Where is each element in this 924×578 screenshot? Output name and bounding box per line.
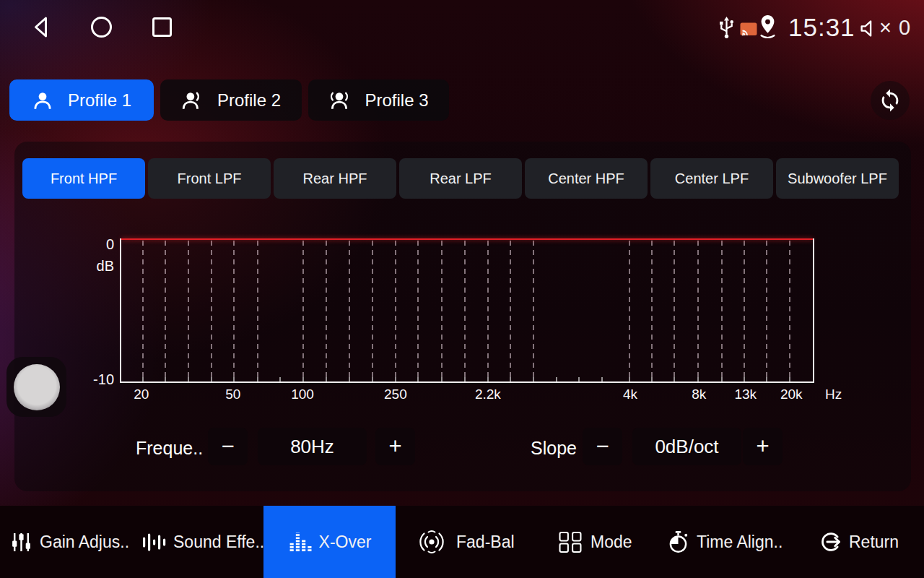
nav-label: X-Over <box>319 532 372 552</box>
volume-level: × 0 <box>879 16 911 40</box>
plus-icon: + <box>756 434 769 460</box>
chart-gridline <box>372 241 373 380</box>
plus-icon: + <box>388 434 401 460</box>
x-tick-label: 250 <box>384 387 407 402</box>
frequency-value: 80Hz <box>258 428 367 465</box>
chart-axis-tick <box>188 377 189 381</box>
nav-return[interactable]: Return <box>817 506 899 578</box>
nav-label: Return <box>849 532 899 552</box>
slope-value: 0dB/oct <box>632 428 741 465</box>
chart-axis-tick <box>326 377 327 381</box>
android-recents-button[interactable] <box>149 14 175 40</box>
tab-front-hpf[interactable]: Front HPF <box>22 158 145 199</box>
chart-axis-tick <box>372 377 373 381</box>
nav-label: Sound Effe.. <box>173 532 264 552</box>
gain-sliders-icon <box>10 531 32 553</box>
chart-gridline <box>142 241 144 380</box>
chart-gridline <box>533 241 534 380</box>
chart-axis-tick <box>629 377 630 381</box>
nav-fad-bal[interactable]: Fad-Bal <box>414 506 515 578</box>
person-waves-icon <box>328 90 350 111</box>
tab-subwoofer-lpf[interactable]: Subwoofer LPF <box>776 158 899 199</box>
nav-label: Mode <box>590 532 632 552</box>
chart-gridline <box>721 241 723 380</box>
chart-axis-tick <box>601 377 603 381</box>
tab-center-hpf[interactable]: Center HPF <box>525 158 648 199</box>
slope-minus-button[interactable]: − <box>583 428 622 465</box>
sound-waveform-icon <box>141 531 166 553</box>
chart-gridline <box>464 241 466 380</box>
chart-axis-tick <box>556 377 557 381</box>
tab-rear-lpf[interactable]: Rear LPF <box>399 158 522 199</box>
x-axis-unit-label: Hz <box>825 387 842 402</box>
chart-axis-tick <box>349 377 350 381</box>
chart-axis-tick <box>533 377 534 381</box>
return-arrow-icon <box>817 530 842 554</box>
chart-gridline <box>674 241 675 380</box>
android-home-button[interactable] <box>89 14 114 40</box>
knob-circle-icon <box>14 364 60 410</box>
tab-front-lpf[interactable]: Front LPF <box>148 158 271 199</box>
chart-axis-tick <box>578 377 580 381</box>
fader-balance-icon <box>414 529 449 555</box>
chart-axis-tick <box>744 377 745 381</box>
chart-axis-tick <box>417 377 419 381</box>
profile-1-button[interactable]: Profile 1 <box>9 79 154 121</box>
floating-assist-button[interactable] <box>6 357 66 417</box>
x-tick-label: 13k <box>734 387 757 402</box>
x-tick-label: 20 <box>134 387 149 402</box>
chart-gridline <box>165 241 166 380</box>
usb-icon <box>717 16 736 40</box>
minus-icon: − <box>596 434 609 460</box>
chart-gridline <box>326 241 327 380</box>
x-tick-label: 2.2k <box>475 387 501 402</box>
sync-icon <box>878 88 902 113</box>
person-icon <box>32 90 53 111</box>
nav-label: Fad-Bal <box>456 532 515 552</box>
nav-x-over[interactable]: X-Over <box>263 506 396 578</box>
x-tick-label: 50 <box>225 387 240 402</box>
chart-axis-tick <box>233 377 235 381</box>
nav-label: Gain Adjus.. <box>40 532 129 552</box>
minus-icon: − <box>221 434 234 460</box>
nav-gain-adjust[interactable]: Gain Adjus.. <box>10 506 129 578</box>
chart-gridline <box>766 241 767 380</box>
tab-rear-hpf[interactable]: Rear HPF <box>274 158 396 199</box>
tab-label: Rear LPF <box>430 171 492 187</box>
chart-gridline <box>629 241 630 380</box>
tab-label: Center HPF <box>548 171 624 187</box>
x-tick-label: 100 <box>291 387 314 402</box>
slope-plus-button[interactable]: + <box>743 428 783 465</box>
chart-gridline <box>349 241 350 380</box>
chart-gridline <box>441 241 443 380</box>
android-back-button[interactable] <box>29 14 54 40</box>
tab-label: Rear HPF <box>303 171 367 187</box>
reset-sync-button[interactable] <box>871 81 910 120</box>
chart-gridline <box>789 241 790 380</box>
profile-label: Profile 3 <box>365 90 428 111</box>
mode-grid-icon <box>557 531 583 553</box>
chart-gridline <box>302 241 304 380</box>
tab-center-lpf[interactable]: Center LPF <box>650 158 773 199</box>
chart-axis-tick <box>464 377 466 381</box>
chart-gridline <box>188 241 189 380</box>
chart-zero-line <box>121 238 813 240</box>
profile-3-button[interactable]: Profile 3 <box>308 79 449 121</box>
x-tick-label: 8k <box>692 387 706 402</box>
chart-axis-tick <box>651 377 653 381</box>
profile-2-button[interactable]: Profile 2 <box>160 79 302 121</box>
chart-gridline <box>744 241 745 380</box>
stopwatch-icon <box>667 530 689 554</box>
chart-axis-tick <box>142 377 144 381</box>
frequency-label: Freque.. <box>136 429 203 467</box>
nav-sound-effects[interactable]: Sound Effe.. <box>141 506 264 578</box>
home-icon <box>89 14 114 40</box>
y-axis-unit-label: dB <box>82 258 114 275</box>
chart-axis-tick <box>487 377 489 381</box>
frequency-plus-button[interactable]: + <box>375 428 415 465</box>
frequency-minus-button[interactable]: − <box>208 428 248 465</box>
status-clock: 15:31 <box>788 13 855 42</box>
nav-time-alignment[interactable]: Time Align.. <box>667 506 783 578</box>
nav-mode[interactable]: Mode <box>557 506 632 578</box>
chart-gridline <box>697 241 699 380</box>
